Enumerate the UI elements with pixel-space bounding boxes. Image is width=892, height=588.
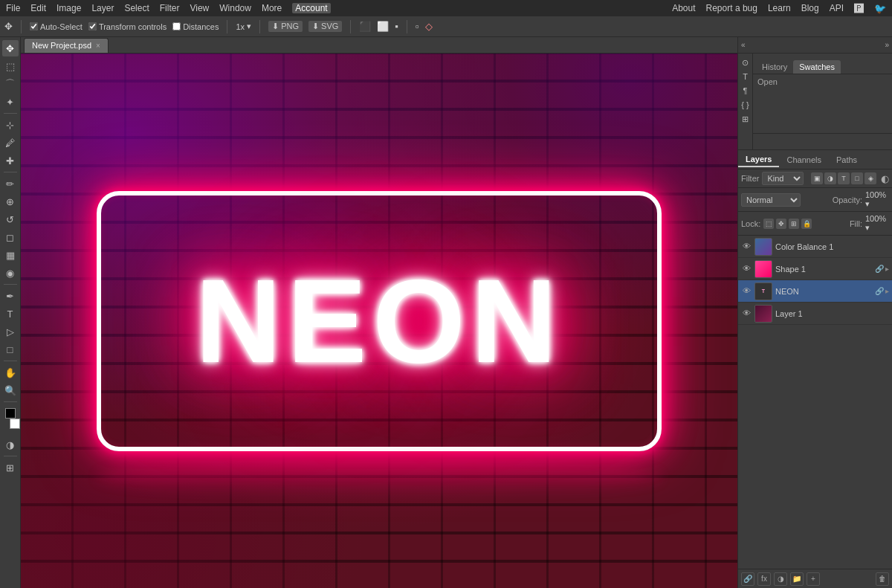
fill-chevron[interactable]: ▾ [865,223,870,232]
layer-row-neon[interactable]: 👁 T NEON 🔗 ▸ [738,280,892,303]
layer-link-neon[interactable]: 🔗 [875,287,884,295]
stamp-tool[interactable]: ⊕ [2,193,19,210]
auto-select-checkbox-wrapper[interactable]: Auto-Select [30,22,83,31]
lasso-tool[interactable]: ⌒ [2,76,19,92]
paths-tab-btn[interactable]: Paths [829,153,864,167]
auto-select-checkbox[interactable] [30,22,38,30]
pen-tool[interactable]: ✒ [2,288,19,304]
gradient-tool[interactable]: ▦ [2,247,19,263]
screen-mode-btn[interactable]: ⊞ [2,459,19,476]
menu-account[interactable]: Account [292,3,330,13]
eyedropper-tool[interactable]: 🖉 [2,135,19,151]
menu-blog[interactable]: Blog [801,3,819,13]
menu-api[interactable]: API [830,3,844,13]
menu-image[interactable]: Image [56,3,81,13]
svg-export-btn[interactable]: ⬇ SVG [308,21,342,32]
add-mask-btn[interactable]: ◑ [774,572,787,586]
menu-layer[interactable]: Layer [91,3,114,13]
lock-all-btn[interactable]: 🔒 [801,219,812,229]
align-right-icon[interactable]: ▪ [395,21,398,32]
eraser-tool[interactable]: ◻ [2,229,19,245]
lock-position-btn[interactable]: ✥ [776,219,786,229]
text-icon-btn[interactable]: T [740,71,752,83]
panel-collapse-btn[interactable]: « [741,41,746,49]
layer-fx-btn[interactable]: fx [757,572,771,586]
blend-mode-select[interactable]: Normal Multiply Screen Overlay [741,193,801,207]
layer-row-shape1[interactable]: 👁 Shape 1 🔗 ▸ [738,258,892,280]
align-center-icon[interactable]: ⬜ [377,21,389,32]
path-select-tool[interactable]: ▷ [2,323,19,340]
menu-window[interactable]: Window [219,3,251,13]
align-left-icon[interactable]: ⬛ [359,21,371,32]
shape-tool[interactable]: □ [2,341,19,358]
wand-tool[interactable]: ✦ [2,94,19,110]
menu-file[interactable]: File [6,3,20,13]
menu-edit[interactable]: Edit [30,3,46,13]
layer-eye-layer1[interactable]: 👁 [741,308,752,319]
resize-icon[interactable]: ◇ [425,21,433,32]
history-brush-tool[interactable]: ↺ [2,211,19,227]
text-tool[interactable]: T [2,306,19,322]
filter-toggle-btn[interactable]: ◐ [881,173,889,184]
crop-tool[interactable]: ⊹ [2,117,19,133]
filter-pixel-icon[interactable]: ▣ [811,172,823,184]
layer-row-color-balance[interactable]: 👁 Color Balance 1 [738,236,892,258]
transform-checkbox[interactable] [88,22,97,30]
css-icon-btn[interactable]: { } [740,99,752,111]
distances-checkbox-wrapper[interactable]: Distances [172,22,219,31]
canvas-tab[interactable]: New Project.psd × [24,38,109,53]
filter-smart-icon[interactable]: ◈ [864,172,876,184]
swatches-tab[interactable]: Swatches [793,60,841,74]
menu-about[interactable]: About [672,3,695,13]
lock-icons: ⬚ ✥ ⊞ 🔒 [763,219,812,229]
zoom-tool[interactable]: 🔍 [2,382,19,398]
foreground-color[interactable] [5,408,16,419]
lock-pixels-btn[interactable]: ⬚ [763,219,774,229]
blur-tool[interactable]: ◉ [2,265,19,281]
layer-link-shape1[interactable]: 🔗 [875,265,884,273]
layer-more-shape1[interactable]: ▸ [885,265,889,273]
paragraph-icon-btn[interactable]: ¶ [740,85,752,97]
layers-tab-btn[interactable]: Layers [738,152,779,167]
history-tab[interactable]: History [756,60,793,74]
filter-shape-icon[interactable]: □ [851,172,863,184]
brush-tool[interactable]: ✏ [2,175,19,192]
color-swatches [2,408,19,429]
quick-mask-tool[interactable]: ◑ [2,436,19,453]
history-icon-btn[interactable]: ⊙ [740,56,752,68]
distances-checkbox[interactable] [172,22,181,30]
panel-expand-btn[interactable]: » [885,41,889,49]
transform-checkbox-wrapper[interactable]: Transform controls [88,22,167,31]
lock-artboard-btn[interactable]: ⊞ [789,219,799,229]
layer-row-layer1[interactable]: 👁 Layer 1 [738,303,892,325]
heal-tool[interactable]: ✚ [2,152,19,169]
move-tool[interactable]: ✥ [2,40,19,56]
layer-eye-neon[interactable]: 👁 [741,286,752,297]
layer-eye-shape1[interactable]: 👁 [741,264,752,274]
link-layers-btn[interactable]: 🔗 [741,572,754,586]
menu-view[interactable]: View [190,3,209,13]
menu-learn[interactable]: Learn [768,3,791,13]
layer-eye-color-balance[interactable]: 👁 [741,242,752,252]
menu-more[interactable]: More [262,3,282,13]
png-export-btn[interactable]: ⬇ PNG [268,21,303,32]
history-open-item[interactable]: Open [757,77,778,86]
layer-more-neon[interactable]: ▸ [885,287,889,295]
filter-text-icon[interactable]: T [838,172,850,184]
filter-kind-select[interactable]: Kind Name Effect [762,172,804,185]
layer-comp-icon-btn[interactable]: ⊞ [740,113,752,125]
new-group-btn[interactable]: 📁 [790,572,804,586]
new-layer-btn[interactable]: + [807,572,820,586]
filter-adjust-icon[interactable]: ◑ [824,172,836,184]
tab-close-btn[interactable]: × [96,42,100,50]
opacity-chevron[interactable]: ▾ [865,199,870,208]
hand-tool[interactable]: ✋ [2,364,19,381]
distribute-icon[interactable]: ▫ [416,21,419,32]
menu-select[interactable]: Select [124,3,149,13]
menu-report-bug[interactable]: Report a bug [706,3,757,13]
delete-layer-btn[interactable]: 🗑 [876,572,889,586]
background-color[interactable] [10,419,20,429]
channels-tab-btn[interactable]: Channels [779,153,828,167]
select-tool[interactable]: ⬚ [2,58,19,74]
menu-filter[interactable]: Filter [160,3,180,13]
